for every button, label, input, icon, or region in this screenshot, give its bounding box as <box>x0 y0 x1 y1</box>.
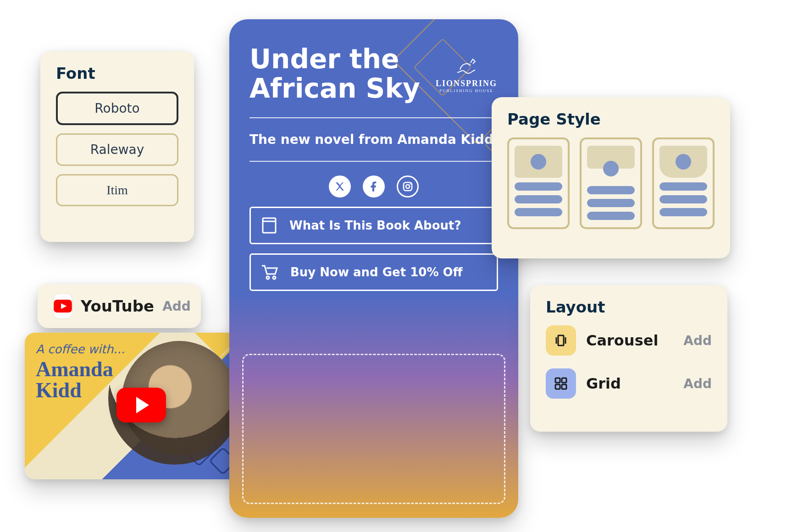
x-icon[interactable] <box>329 176 351 197</box>
page-style-title: Page Style <box>507 110 715 128</box>
video-guest-name: AmandaKidd <box>36 359 125 401</box>
carousel-icon <box>546 325 576 356</box>
font-option-label: Raleway <box>90 142 144 157</box>
svg-rect-7 <box>558 335 564 346</box>
avatar-dot-icon <box>676 154 691 170</box>
layout-add-button[interactable]: Add <box>683 376 712 391</box>
layout-panel: Layout Carousel Add Grid Add <box>530 285 727 432</box>
font-option-label: Itim <box>106 183 128 197</box>
svg-point-2 <box>406 185 410 188</box>
cart-icon <box>260 263 279 281</box>
font-option-raleway[interactable]: Raleway <box>56 133 178 166</box>
layout-panel-title: Layout <box>546 298 712 316</box>
page-style-panel: Page Style <box>492 97 730 258</box>
font-option-roboto[interactable]: Roboto <box>56 92 178 125</box>
svg-point-6 <box>273 276 276 279</box>
link-label: Buy Now and Get 10% Off <box>290 265 463 279</box>
svg-rect-9 <box>562 378 566 383</box>
youtube-widget-card: YouTube Add <box>38 284 201 328</box>
page-style-template-a[interactable] <box>507 137 570 229</box>
svg-rect-11 <box>562 384 566 389</box>
grid-icon <box>546 368 576 399</box>
facebook-icon[interactable] <box>363 176 385 197</box>
svg-rect-4 <box>263 218 276 233</box>
font-option-itim[interactable]: Itim <box>56 174 178 206</box>
play-icon[interactable] <box>116 388 166 422</box>
svg-point-5 <box>266 276 269 279</box>
book-icon <box>260 216 278 235</box>
font-option-label: Roboto <box>94 101 139 116</box>
font-panel: Font Roboto Raleway Itim <box>40 51 194 242</box>
page-subtitle: The new novel from Amanda Kidd <box>249 132 498 147</box>
video-thumbnail-card[interactable]: A coffee with... AmandaKidd <box>25 333 264 479</box>
youtube-label: YouTube <box>81 297 154 315</box>
link-label: What Is This Book About? <box>289 219 461 232</box>
social-row <box>249 176 498 197</box>
link-about-button[interactable]: What Is This Book About? <box>249 207 498 244</box>
page-style-template-b[interactable] <box>580 137 642 229</box>
avatar-dot-icon <box>603 161 619 176</box>
youtube-add-button[interactable]: Add <box>162 299 191 314</box>
layout-option-label: Grid <box>586 375 673 392</box>
layout-add-button[interactable]: Add <box>683 333 712 348</box>
font-panel-title: Font <box>56 64 178 82</box>
layout-option-carousel: Carousel Add <box>546 325 712 356</box>
divider <box>249 161 498 162</box>
svg-rect-10 <box>555 384 560 389</box>
divider <box>249 117 498 118</box>
layout-option-label: Carousel <box>586 332 673 349</box>
video-overline: A coffee with... <box>36 343 125 356</box>
youtube-logo-icon <box>53 293 72 319</box>
layout-option-grid: Grid Add <box>546 368 712 399</box>
drop-zone-placeholder[interactable] <box>242 354 505 504</box>
instagram-icon[interactable] <box>397 176 419 197</box>
link-page-preview: LIONSPRING PUBLISHING HOUSE Under theAfr… <box>229 19 518 518</box>
page-title: Under theAfrican Sky <box>249 45 498 104</box>
page-style-template-c[interactable] <box>652 137 715 229</box>
svg-rect-8 <box>555 378 560 383</box>
svg-point-3 <box>410 183 411 185</box>
avatar-dot-icon <box>531 154 546 170</box>
link-buy-button[interactable]: Buy Now and Get 10% Off <box>249 253 498 291</box>
